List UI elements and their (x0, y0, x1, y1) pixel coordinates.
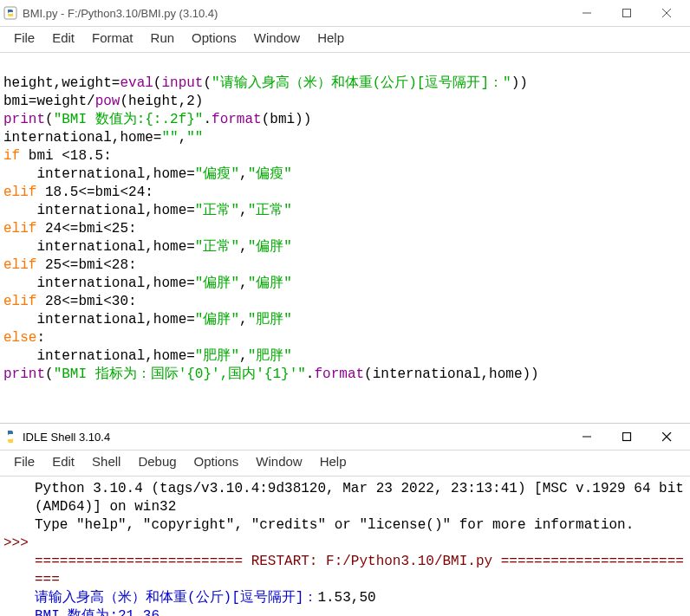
menu-window[interactable]: Window (245, 29, 309, 47)
code-token: international,home= (3, 312, 195, 327)
menu-run[interactable]: Run (142, 29, 184, 47)
editor-window-title: BMI.py - F:/Python3.10/BMI.py (3.10.4) (23, 7, 567, 20)
code-token: )) (511, 75, 528, 91)
code-token: "正常" (195, 203, 239, 218)
editor-window: BMI.py - F:/Python3.10/BMI.py (3.10.4) F… (0, 0, 690, 409)
menu-debug[interactable]: Debug (129, 452, 185, 470)
menu-options[interactable]: Options (183, 29, 245, 47)
svg-rect-6 (622, 432, 630, 440)
window-controls (567, 0, 687, 26)
code-token: ( (45, 366, 54, 382)
code-token: "BMI 数值为:{:.2f}" (54, 112, 204, 127)
code-token: if (3, 148, 20, 164)
shell-prompt: >>> (3, 535, 32, 553)
shell-prompt-gutter: >>> >>> (3, 480, 33, 616)
code-token: , (239, 348, 248, 364)
code-token: print (3, 112, 45, 127)
code-token: "偏胖" (195, 312, 239, 327)
code-token: international,home= (3, 203, 195, 218)
code-token: , (239, 203, 248, 218)
code-token: else (3, 330, 36, 346)
menu-window[interactable]: Window (247, 452, 310, 470)
code-token: format (314, 366, 364, 382)
code-token: bmi=weight/ (3, 94, 95, 109)
code-token: (bmi)) (262, 112, 312, 127)
code-token: "偏瘦" (248, 166, 292, 182)
editor-menubar: File Edit Format Run Options Window Help (0, 27, 690, 52)
code-token: "偏瘦" (195, 166, 239, 182)
code-token: international,home= (3, 276, 195, 291)
shell-titlebar: IDLE Shell 3.10.4 (0, 424, 690, 450)
code-token: "正常" (195, 239, 239, 255)
code-token: elif (3, 221, 36, 237)
shell-banner: Type "help", "copyright", "credits" or "… (35, 516, 687, 535)
python-file-icon (3, 6, 17, 20)
code-token: "偏胖" (248, 276, 292, 291)
code-token: "正常" (248, 203, 292, 218)
menu-file[interactable]: File (5, 29, 43, 47)
python-idle-icon (3, 430, 17, 444)
code-token: elif (3, 257, 36, 273)
code-token: ( (153, 75, 162, 91)
shell-output-line: BMI 数值为:21.36 (35, 607, 687, 616)
code-token: . (203, 112, 212, 127)
menu-help[interactable]: Help (309, 29, 353, 47)
code-token: , (179, 130, 187, 146)
shell-user-input: 1.53,50 (317, 590, 375, 606)
close-button[interactable] (647, 424, 687, 450)
code-token: "偏胖" (195, 276, 239, 291)
code-token: bmi <18.5: (20, 148, 112, 164)
code-token: , (239, 312, 248, 327)
menu-format[interactable]: Format (83, 29, 142, 47)
menu-file[interactable]: File (5, 452, 43, 470)
code-token: pow (95, 94, 120, 109)
shell-window-title: IDLE Shell 3.10.4 (23, 431, 567, 444)
menu-edit[interactable]: Edit (43, 29, 83, 47)
shell-body: Python 3.10.4 (tags/v3.10.4:9d38120, Mar… (33, 480, 687, 616)
code-token: eval (120, 75, 153, 91)
code-token: (international,home)) (364, 366, 539, 382)
minimize-button[interactable] (567, 424, 607, 450)
code-token: "请输入身高（米）和体重(公斤)[逗号隔开]：" (212, 75, 511, 91)
window-controls (567, 424, 687, 450)
shell-window: IDLE Shell 3.10.4 File Edit Shell Debug … (0, 423, 690, 616)
shell-input-prompt: 请输入身高（米）和体重(公斤)[逗号隔开]： (35, 590, 317, 606)
code-token: ( (203, 75, 212, 91)
editor-titlebar: BMI.py - F:/Python3.10/BMI.py (3.10.4) (0, 0, 690, 26)
code-token: "" (161, 130, 178, 146)
code-token: print (3, 366, 45, 382)
code-token: "肥胖" (248, 312, 292, 327)
code-token: international,home= (3, 166, 195, 182)
minimize-button[interactable] (567, 0, 607, 26)
maximize-button[interactable] (607, 0, 647, 26)
svg-rect-2 (623, 10, 631, 17)
code-token: international,home= (3, 239, 195, 255)
code-token: height,weight= (3, 75, 120, 91)
code-token: , (239, 239, 248, 255)
menu-edit[interactable]: Edit (43, 452, 83, 470)
code-token: , (239, 276, 248, 291)
code-token: : (36, 330, 45, 346)
code-token: input (161, 75, 203, 91)
shell-restart-line: ========================= RESTART: F:/Py… (35, 553, 687, 589)
maximize-button[interactable] (607, 424, 647, 450)
code-token: international,home= (3, 348, 195, 364)
close-button[interactable] (647, 0, 687, 26)
shell-output-area[interactable]: >>> >>> Python 3.10.4 (tags/v3.10.4:9d38… (0, 478, 690, 616)
code-token: "BMI 指标为：国际'{0}',国内'{1}'" (54, 366, 306, 382)
code-token: "肥胖" (248, 348, 292, 364)
code-token: "" (186, 130, 203, 146)
code-token: international,home= (3, 130, 161, 146)
menu-options[interactable]: Options (186, 452, 248, 470)
code-token: "偏胖" (248, 239, 292, 255)
menu-shell[interactable]: Shell (83, 452, 129, 470)
menu-help[interactable]: Help (311, 452, 355, 470)
code-token: 28<=bmi<30: (36, 294, 136, 309)
code-editor[interactable]: height,weight=eval(input("请输入身高（米）和体重(公斤… (0, 55, 690, 409)
code-token: ( (45, 112, 54, 127)
code-token: "肥胖" (195, 348, 239, 364)
shell-banner: Python 3.10.4 (tags/v3.10.4:9d38120, Mar… (35, 480, 687, 516)
code-token: 18.5<=bmi<24: (36, 185, 153, 200)
code-token: format (212, 112, 262, 127)
code-token: , (239, 166, 248, 182)
